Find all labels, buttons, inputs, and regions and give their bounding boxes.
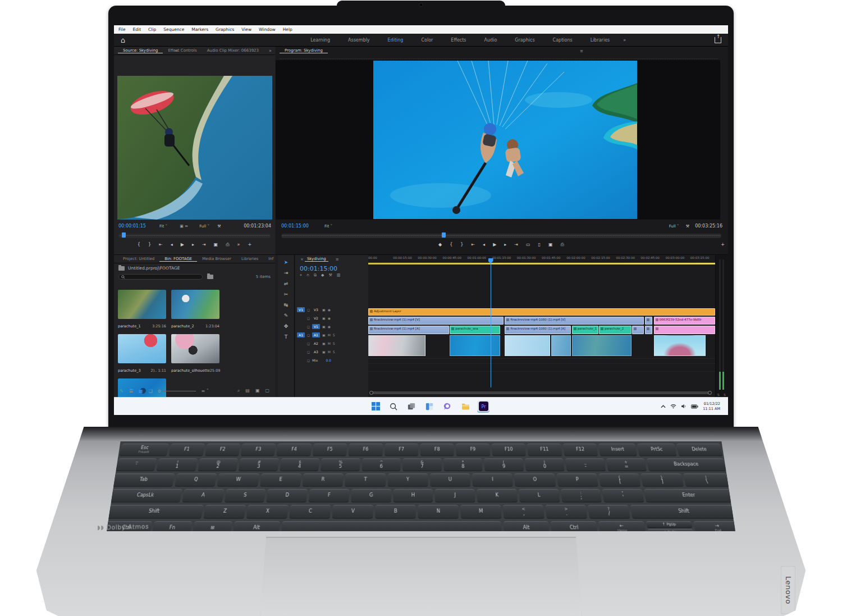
writable-icon[interactable]: ✎ <box>120 389 123 394</box>
search-input[interactable] <box>118 274 203 280</box>
menu-item[interactable]: Markers <box>191 27 208 32</box>
key-f7[interactable]: F7 <box>385 444 418 456</box>
tray-chevron-icon[interactable] <box>661 405 666 408</box>
key-w[interactable]: W <box>217 473 259 486</box>
audio-track-header[interactable]: ◻ A2 ▣ M S <box>295 339 368 348</box>
key--[interactable]: <, <box>503 505 544 519</box>
icon-view-icon[interactable]: ▦ <box>139 389 143 394</box>
new-search-bin-icon[interactable] <box>207 275 213 279</box>
wifi-icon[interactable] <box>670 404 676 409</box>
settings-wrench-icon[interactable]: ⚒ <box>217 224 221 229</box>
trackpad[interactable] <box>260 537 583 616</box>
timeline-clip[interactable] <box>654 326 715 334</box>
search-taskbar-icon[interactable] <box>387 400 400 413</box>
track-v3-lane[interactable]: Adjustment Layer <box>368 308 715 316</box>
key--[interactable]: "' <box>602 489 644 503</box>
program-panel-tab[interactable]: Program: Skydiving <box>280 48 328 53</box>
timeline-lanes[interactable]: 00:0000:00:15:0000:00:30:0000:00:45:0000… <box>368 255 715 398</box>
key-shift[interactable]: Shift <box>104 505 204 519</box>
key-6[interactable]: ^6 <box>361 458 400 471</box>
transport-icon[interactable]: ▸ <box>192 242 194 248</box>
transport-icon[interactable]: ▶ <box>181 242 184 248</box>
timeline-toggle-icon[interactable]: ∩ <box>306 273 309 277</box>
add-button-icon[interactable]: + <box>721 242 725 247</box>
key-insert[interactable]: Insert <box>598 444 637 456</box>
source-playhead[interactable] <box>122 232 126 238</box>
key--[interactable]: ?/ <box>588 505 630 519</box>
sort-icon[interactable]: ≡ ˅ <box>202 389 209 394</box>
transport-icon[interactable]: ◆ <box>438 242 442 248</box>
menu-item[interactable]: File <box>118 27 126 32</box>
transport-icon[interactable]: ⎙ <box>561 242 564 248</box>
source-panel-tab[interactable]: » <box>264 48 277 53</box>
source-patch-badge[interactable]: V1 <box>297 307 305 312</box>
source-panel-tab[interactable]: Audio Clip Mixer: 0663923 <box>202 48 264 53</box>
program-scrubber[interactable] <box>281 234 721 238</box>
source-patch-badge[interactable] <box>297 324 305 329</box>
mute-button[interactable]: M <box>328 341 331 345</box>
track-name-badge[interactable]: V1 <box>312 324 320 329</box>
zoom-slider[interactable]: o <box>158 389 196 394</box>
mute-button[interactable]: M <box>328 350 331 354</box>
transport-icon[interactable]: ⇤ <box>471 242 475 248</box>
scroll-handle[interactable] <box>708 391 712 395</box>
project-panel-tab[interactable]: Media Browser <box>197 257 236 261</box>
bin-clip[interactable]: parachute_3 2).. 1:11 <box>118 334 166 373</box>
key--[interactable]: += <box>606 458 647 471</box>
solo-button[interactable]: S <box>333 341 335 345</box>
key-f11[interactable]: F11 <box>527 444 562 456</box>
key-tab[interactable]: Tab <box>112 473 175 486</box>
transport-icon[interactable]: ◂ <box>171 242 173 248</box>
timeline-hscrollbar[interactable] <box>370 391 711 394</box>
key--pgup[interactable]: ↑ PgUp <box>646 521 693 527</box>
workspace-tab[interactable]: Libraries <box>582 38 619 43</box>
tool-icon[interactable]: ↹ <box>284 302 289 308</box>
lock-icon[interactable]: ◻ <box>307 341 310 345</box>
key-backspace[interactable]: Backspace <box>647 458 726 471</box>
tool-icon[interactable]: ✎ <box>284 313 289 318</box>
timeline-clip[interactable]: ftrackreview-mp4 (1).mp4 [A] <box>368 326 449 334</box>
work-area-bar[interactable] <box>368 263 715 264</box>
track-name-badge[interactable]: A2 <box>312 341 320 346</box>
timeline-toggle-icon[interactable]: ⧉ <box>314 273 317 277</box>
timeline-clip[interactable]: parachute_sea <box>450 326 500 334</box>
key--[interactable]: :; <box>560 489 602 503</box>
key-capslk[interactable]: CapsLk <box>108 489 182 503</box>
project-panel-tab[interactable]: Libraries <box>236 257 263 261</box>
key-2[interactable]: @2 <box>198 458 238 471</box>
workspace-tab[interactable]: Editing <box>379 38 413 43</box>
transport-icon[interactable]: ▯ <box>538 242 541 248</box>
menu-item[interactable]: Window <box>259 27 276 32</box>
transport-icon[interactable]: { <box>138 242 140 248</box>
source-scrubber[interactable] <box>118 234 271 238</box>
key-c[interactable]: C <box>290 505 331 519</box>
key-f[interactable]: F <box>309 489 349 503</box>
key-7[interactable]: &7 <box>403 458 442 471</box>
transport-icon[interactable]: ▸ <box>504 242 506 248</box>
key-u[interactable]: U <box>430 473 470 486</box>
key-v[interactable]: V <box>332 505 373 519</box>
transport-icon[interactable]: » <box>237 242 240 248</box>
audio-track-header[interactable]: A1 ◻ A1 ▣ M S <box>295 331 368 339</box>
key-y[interactable]: Y <box>387 473 428 486</box>
key-1[interactable]: !1 <box>157 458 198 471</box>
timeline-toggle-icon[interactable]: ▥ <box>337 273 341 277</box>
key-f9[interactable]: F9 <box>456 444 490 456</box>
tool-icon[interactable]: ➤ <box>284 259 289 265</box>
track-v2-lane[interactable]: ftrackreview-mp4 (1).mp4 [V]ftrackreview… <box>368 317 715 325</box>
program-res-select[interactable]: Full ˅ <box>669 224 679 229</box>
transport-icon[interactable]: } <box>460 242 463 248</box>
program-zoom-select[interactable]: Fit ˅ <box>324 224 332 229</box>
key-r[interactable]: R <box>303 473 344 486</box>
eye-icon[interactable]: ◉ <box>328 308 331 312</box>
keyboard[interactable]: EscFnLockF1F2F3F4F5F6F7F8F9F10F11F12Inse… <box>100 444 742 535</box>
quick-export-icon[interactable] <box>715 37 721 43</box>
clip-thumbnail[interactable] <box>118 290 166 319</box>
trash-icon[interactable]: ▢ <box>265 388 269 394</box>
sync-lock-icon[interactable]: ▣ <box>322 341 326 345</box>
key-x[interactable]: X <box>246 505 289 519</box>
source-patch-badge[interactable] <box>297 341 305 346</box>
source-panel-tab[interactable]: Effect Controls <box>163 48 202 53</box>
transport-icon[interactable]: ⎙ <box>226 242 229 248</box>
workspace-tab[interactable]: Assembly <box>339 38 379 43</box>
